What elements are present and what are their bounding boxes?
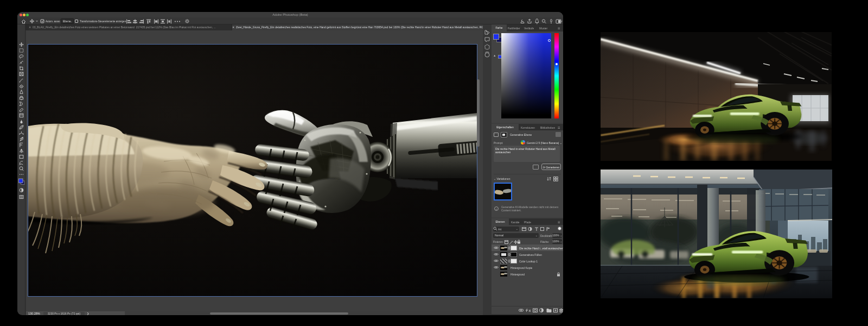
svg-text:Autom. ausw.:: Autom. ausw.:: [46, 20, 61, 23]
svg-text:Transformations-Steuerelemente: Transformations-Steuerelemente anzeigen: [80, 20, 126, 23]
svg-text:⌄: ⌄: [70, 20, 72, 23]
